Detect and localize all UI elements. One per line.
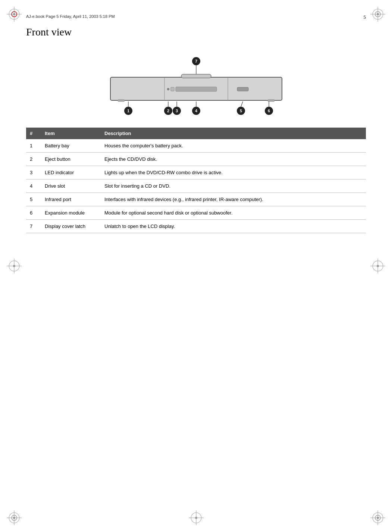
row-description: Ejects the CD/DVD disk. [101,153,366,166]
svg-rect-43 [118,100,125,101]
corner-mark-mb [189,510,204,525]
table-row: 3LED indicatorLights up when the DVD/CD-… [26,166,366,179]
col-header-num: # [26,128,41,139]
row-number: 3 [26,166,41,179]
col-header-desc: Description [101,128,366,139]
svg-rect-38 [181,74,211,78]
svg-point-41 [167,88,169,90]
svg-text:7: 7 [195,59,197,63]
svg-text:6: 6 [267,109,270,113]
row-number: 1 [26,139,41,153]
row-item: Battery bay [41,139,101,153]
row-number: 5 [26,193,41,206]
table-row: 1Battery bayHouses the computer's batter… [26,139,366,153]
book-ref: AJ-e.book Page 5 Friday, April 11, 2003 … [26,14,115,19]
row-item: Drive slot [41,179,101,193]
row-description: Lights up when the DVD/CD-RW combo drive… [101,166,366,179]
row-description: Houses the computer's battery pack. [101,139,366,153]
laptop-diagram: 7 [99,57,293,113]
row-description: Interfaces with infrared devices (e.g., … [101,193,366,206]
row-item: Infrared port [41,193,101,206]
col-header-item: Item [41,128,101,139]
row-description: Slot for inserting a CD or DVD. [101,179,366,193]
corner-mark-mr [370,259,385,273]
main-content: Front view 7 [26,26,366,233]
table-row: 2Eject buttonEjects the CD/DVD disk. [26,153,366,166]
row-number: 7 [26,220,41,233]
svg-text:4: 4 [195,109,197,113]
table-header-row: # Item Description [26,128,366,139]
row-description: Module for optional second hard disk or … [101,206,366,220]
diagram-container: 7 [26,49,366,116]
table-row: 5Infrared portInterfaces with infrared d… [26,193,366,206]
row-item: Expansion module [41,206,101,220]
svg-text:1: 1 [127,109,129,113]
svg-line-59 [241,101,243,107]
row-item: Display cover latch [41,220,101,233]
table-row: 4Drive slotSlot for inserting a CD or DV… [26,179,366,193]
table-row: 7Display cover latchUnlatch to open the … [26,220,366,233]
row-number: 6 [26,206,41,220]
svg-rect-40 [171,87,174,91]
row-description: Unlatch to open the LCD display. [101,220,366,233]
laptop-svg: 7 [99,57,293,120]
corner-mark-ml [7,259,22,273]
corner-mark-br [370,510,385,525]
row-item: LED indicator [41,166,101,179]
features-table: # Item Description 1Battery bayHouses th… [26,128,366,233]
svg-rect-39 [176,87,217,91]
svg-rect-44 [268,100,275,101]
row-item: Eject button [41,153,101,166]
row-number: 4 [26,179,41,193]
corner-mark-tl [7,7,22,22]
corner-mark-tr [370,7,385,22]
corner-mark-bl [7,510,22,525]
table-row: 6Expansion moduleModule for optional sec… [26,206,366,220]
row-number: 2 [26,153,41,166]
page-number: 5 [364,14,366,20]
svg-rect-42 [237,87,248,91]
svg-text:2: 2 [167,109,169,113]
svg-text:5: 5 [239,109,242,113]
svg-text:3: 3 [175,109,178,113]
page-title: Front view [26,26,366,38]
